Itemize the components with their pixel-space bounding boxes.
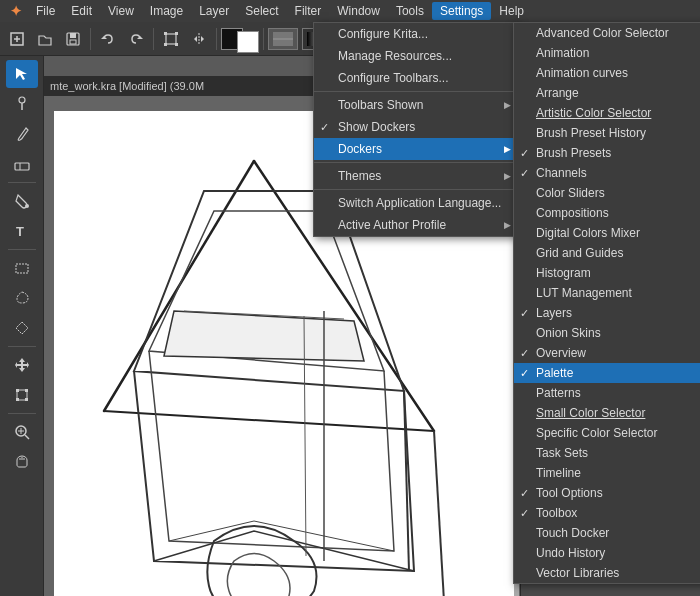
docker-animation-curves[interactable]: Animation curves [514,63,700,83]
svg-rect-10 [175,32,178,35]
svg-marker-6 [101,36,107,39]
menu-tools[interactable]: Tools [388,2,432,20]
svg-point-26 [25,204,29,208]
transform-tool2[interactable] [6,381,38,409]
docker-advanced-color-selector[interactable]: Advanced Color Selector [514,23,700,43]
menu-window[interactable]: Window [329,2,388,20]
open-btn[interactable] [32,26,58,52]
menu-themes[interactable]: Themes [314,165,517,187]
menu-select[interactable]: Select [237,2,286,20]
redo-btn[interactable] [123,26,149,52]
zoom-tool[interactable] [6,418,38,446]
menu-switch-language[interactable]: Switch Application Language... [314,192,517,214]
lasso-tool[interactable] [6,284,38,312]
undo-btn[interactable] [95,26,121,52]
cursor-tool[interactable] [6,60,38,88]
menu-filter[interactable]: Filter [287,2,330,20]
document-title: mte_work.kra [Modified] (39.0M [50,80,204,92]
svg-rect-24 [15,163,29,170]
menu-settings[interactable]: Settings [432,2,491,20]
fill-tool[interactable] [6,187,38,215]
menu-toolbars-shown[interactable]: Toolbars Shown [314,94,517,116]
text-tool[interactable]: T [6,217,38,245]
docker-vector-libraries[interactable]: Vector Libraries [514,563,700,583]
docker-task-sets[interactable]: Task Sets [514,443,700,463]
docker-channels[interactable]: Channels [514,163,700,183]
svg-line-42 [104,411,434,431]
menu-show-dockers[interactable]: Show Dockers [314,116,517,138]
sep2 [314,162,517,163]
left-toolbar: T [0,56,44,596]
svg-point-22 [19,97,25,103]
svg-rect-11 [164,43,167,46]
menu-configure-krita[interactable]: Configure Krita... [314,23,517,45]
menu-layer[interactable]: Layer [191,2,237,20]
svg-rect-33 [25,389,28,392]
svg-rect-28 [16,264,28,273]
svg-marker-29 [16,322,28,334]
bg-color-swatch[interactable] [237,31,259,53]
menu-configure-toolbars[interactable]: Configure Toolbars... [314,67,517,89]
docker-specific-color-selector[interactable]: Specific Color Selector [514,423,700,443]
docker-brush-preset-history[interactable]: Brush Preset History [514,123,700,143]
docker-histogram[interactable]: Histogram [514,263,700,283]
dockers-submenu: Advanced Color Selector Animation Animat… [513,22,700,584]
docker-color-sliders[interactable]: Color Sliders [514,183,700,203]
svg-marker-30 [15,358,29,372]
new-btn[interactable] [4,26,30,52]
move-tool[interactable] [6,351,38,379]
transform-btn[interactable] [158,26,184,52]
docker-compositions[interactable]: Compositions [514,203,700,223]
docker-lut-management[interactable]: LUT Management [514,283,700,303]
pan-tool[interactable] [6,448,38,476]
docker-timeline[interactable]: Timeline [514,463,700,483]
docker-artistic-color-selector[interactable]: Artistic Color Selector [514,103,700,123]
svg-rect-9 [164,32,167,35]
save-btn[interactable] [60,26,86,52]
svg-rect-8 [166,34,176,44]
brush-tool[interactable] [6,120,38,148]
menu-view[interactable]: View [100,2,142,20]
docker-small-color-selector[interactable]: Small Color Selector [514,403,700,423]
svg-marker-14 [194,36,197,42]
contiguous-select-tool[interactable] [6,314,38,342]
docker-arrange[interactable]: Arrange [514,83,700,103]
docker-toolbox[interactable]: Toolbox [514,503,700,523]
menu-file[interactable]: File [28,2,63,20]
separator1 [90,28,91,50]
separator4 [263,28,264,50]
pattern-swatch[interactable] [268,28,298,50]
svg-rect-34 [16,398,19,401]
menu-edit[interactable]: Edit [63,2,100,20]
menu-manage-resources[interactable]: Manage Resources... [314,45,517,67]
docker-patterns[interactable]: Patterns [514,383,700,403]
svg-marker-7 [137,36,143,39]
menu-image[interactable]: Image [142,2,191,20]
rect-select-tool[interactable] [6,254,38,282]
paint-tool[interactable] [6,90,38,118]
eraser-tool[interactable] [6,150,38,178]
menu-bar: ✦ File Edit View Image Layer Select Filt… [0,0,700,22]
docker-overview[interactable]: Overview [514,343,700,363]
docker-onion-skins[interactable]: Onion Skins [514,323,700,343]
mirror-btn[interactable] [186,26,212,52]
svg-rect-12 [175,43,178,46]
docker-animation[interactable]: Animation [514,43,700,63]
docker-palette[interactable]: Palette [514,363,700,383]
docker-brush-presets[interactable]: Brush Presets [514,143,700,163]
sep1 [314,91,517,92]
menu-dockers[interactable]: Dockers [314,138,517,160]
docker-touch-docker[interactable]: Touch Docker [514,523,700,543]
app-logo: ✦ [4,0,28,22]
docker-undo-history[interactable]: Undo History [514,543,700,563]
docker-digital-colors-mixer[interactable]: Digital Colors Mixer [514,223,700,243]
settings-dropdown: Configure Krita... Manage Resources... C… [313,22,518,237]
docker-tool-options[interactable]: Tool Options [514,483,700,503]
menu-active-author[interactable]: Active Author Profile [314,214,517,236]
separator2 [153,28,154,50]
docker-layers[interactable]: Layers [514,303,700,323]
menu-help[interactable]: Help [491,2,532,20]
docker-grid-and-guides[interactable]: Grid and Guides [514,243,700,263]
left-sep2 [8,249,36,250]
separator3 [216,28,217,50]
